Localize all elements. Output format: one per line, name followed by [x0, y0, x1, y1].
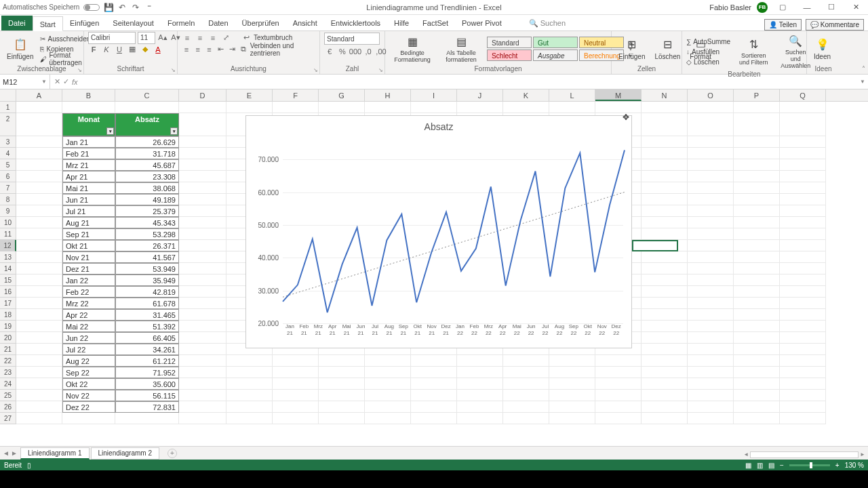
indent-dec-icon[interactable]: ⇤ [216, 44, 225, 55]
sheet-nav-right-icon[interactable]: ► [11, 449, 18, 457]
font-name-select[interactable]: Calibri [88, 32, 136, 44]
row-header[interactable]: 23 [0, 367, 16, 378]
cell[interactable] [226, 401, 273, 413]
cell[interactable] [688, 251, 734, 263]
cell[interactable] [780, 136, 826, 148]
cell[interactable] [16, 401, 62, 413]
cell[interactable] [734, 240, 780, 251]
cell[interactable] [179, 251, 226, 263]
cell[interactable] [179, 159, 226, 171]
cell[interactable] [16, 136, 62, 148]
row-header[interactable]: 19 [0, 321, 16, 332]
cell[interactable] [688, 217, 734, 228]
cell[interactable] [734, 113, 780, 136]
sort-filter-button[interactable]: ⇅Sortieren und Filtern [734, 36, 772, 67]
cell[interactable] [179, 378, 226, 390]
maximize-icon[interactable]: ☐ [822, 1, 841, 14]
cell[interactable] [780, 263, 826, 274]
cell[interactable]: 31.718 [115, 148, 179, 159]
col-header-K[interactable]: K [503, 89, 549, 101]
tab-start[interactable]: Start [33, 16, 63, 31]
cell[interactable] [179, 286, 226, 298]
ideas-button[interactable]: 💡Ideen [811, 37, 833, 62]
row-header[interactable]: 8 [0, 194, 16, 205]
cell[interactable] [16, 344, 62, 355]
row-header[interactable]: 2 [0, 113, 16, 136]
cell[interactable] [642, 251, 688, 263]
sheet-tab[interactable]: Liniendiagramm 1 [20, 447, 90, 460]
cell[interactable] [780, 240, 826, 251]
cell[interactable] [780, 332, 826, 344]
fill-button[interactable]: ↓ Ausfüllen [686, 47, 730, 57]
cell[interactable]: 23.308 [115, 171, 179, 182]
select-all-corner[interactable] [0, 89, 16, 101]
line-series[interactable] [283, 150, 625, 313]
cell[interactable] [780, 344, 826, 355]
expand-formula-icon[interactable]: ▼ [857, 79, 868, 85]
col-header-F[interactable]: F [273, 89, 319, 101]
cell[interactable] [780, 113, 826, 136]
cell[interactable] [734, 309, 780, 321]
cell[interactable]: 25.379 [115, 205, 179, 217]
cell[interactable] [16, 148, 62, 159]
cell[interactable] [688, 378, 734, 390]
autosum-button[interactable]: ∑ AutoSumme [686, 37, 730, 47]
cell[interactable] [688, 390, 734, 401]
style-schlecht[interactable]: Schlecht [487, 49, 532, 61]
cell[interactable] [179, 217, 226, 228]
cell[interactable] [503, 413, 549, 424]
redo-icon[interactable]: ↷ [131, 3, 140, 12]
row-header[interactable]: 27 [0, 413, 16, 424]
cell[interactable] [780, 355, 826, 367]
cell[interactable] [642, 344, 688, 355]
cell[interactable] [179, 413, 226, 424]
trendline[interactable] [283, 192, 625, 298]
col-header-I[interactable]: I [411, 89, 457, 101]
cell[interactable] [688, 240, 734, 251]
cell[interactable] [179, 298, 226, 309]
cell[interactable] [642, 136, 688, 148]
cell[interactable] [780, 286, 826, 298]
cell[interactable] [688, 413, 734, 424]
col-header-J[interactable]: J [457, 89, 503, 101]
cell[interactable] [595, 367, 642, 378]
hscroll-left-icon[interactable]: ◄ [743, 451, 749, 458]
row-header[interactable]: 7 [0, 182, 16, 194]
cell[interactable] [226, 102, 273, 113]
filter-icon[interactable]: ▾ [106, 127, 114, 135]
cell[interactable]: 53.298 [115, 228, 179, 240]
cell[interactable] [734, 344, 780, 355]
cell[interactable] [226, 367, 273, 378]
col-header-N[interactable]: N [642, 89, 688, 101]
cell[interactable]: 53.949 [115, 263, 179, 274]
col-header-G[interactable]: G [319, 89, 365, 101]
cell[interactable] [780, 401, 826, 413]
cell[interactable] [688, 367, 734, 378]
row-header[interactable]: 6 [0, 171, 16, 182]
sheet-nav-left-icon[interactable]: ◄ [3, 449, 9, 457]
row-header[interactable]: 26 [0, 401, 16, 413]
grow-font-icon[interactable]: A▴ [157, 33, 168, 43]
row-header[interactable]: 13 [0, 251, 16, 263]
cell[interactable] [179, 274, 226, 286]
row-header[interactable]: 11 [0, 228, 16, 240]
cell[interactable] [780, 309, 826, 321]
row-header[interactable]: 16 [0, 286, 16, 298]
cell[interactable] [688, 274, 734, 286]
percent-icon[interactable]: % [337, 46, 348, 57]
cell[interactable] [179, 113, 226, 136]
cell[interactable] [734, 321, 780, 332]
cell[interactable] [273, 355, 319, 367]
cell[interactable] [595, 413, 642, 424]
cell[interactable] [595, 390, 642, 401]
cell[interactable] [595, 378, 642, 390]
cell[interactable] [688, 159, 734, 171]
cell[interactable] [411, 413, 457, 424]
cell[interactable]: Aug 22 [62, 355, 115, 367]
cell[interactable] [642, 401, 688, 413]
cell[interactable] [642, 263, 688, 274]
hscroll-right-icon[interactable]: ► [860, 451, 865, 458]
cell[interactable]: Nov 21 [62, 251, 115, 263]
cell[interactable]: 35.949 [115, 274, 179, 286]
cell[interactable]: Mrz 22 [62, 298, 115, 309]
